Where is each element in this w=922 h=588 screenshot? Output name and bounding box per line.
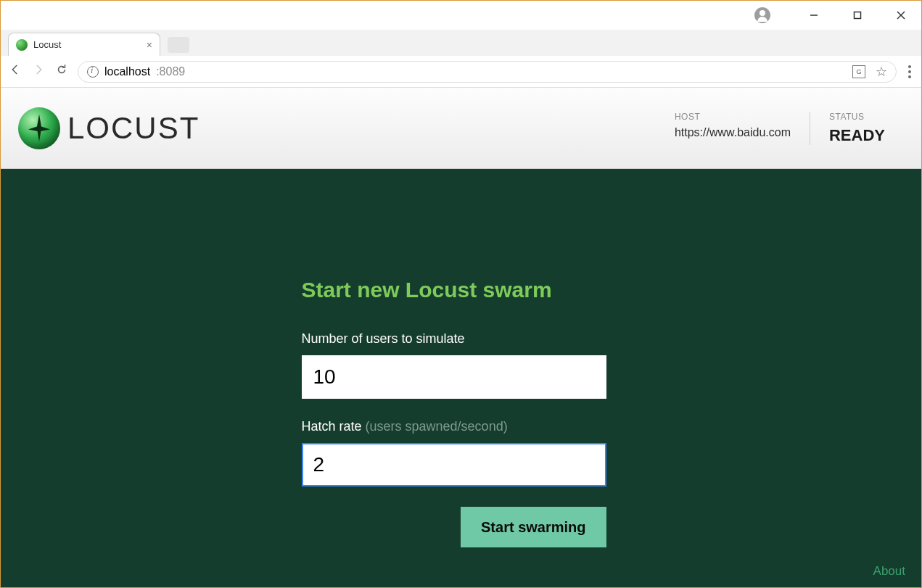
users-field: Number of users to simulate bbox=[302, 331, 621, 399]
nav-forward-icon bbox=[31, 63, 46, 80]
url-host: localhost bbox=[104, 65, 150, 78]
start-swarming-button[interactable]: Start swarming bbox=[461, 507, 606, 547]
new-tab-button[interactable] bbox=[168, 37, 189, 53]
nav-back-icon[interactable] bbox=[8, 63, 22, 80]
site-info-icon[interactable] bbox=[87, 66, 99, 78]
app-brand-text: LOCUST bbox=[67, 111, 199, 146]
users-input[interactable] bbox=[302, 355, 606, 399]
header-status-label: STATUS bbox=[829, 112, 885, 122]
browser-toolbar: localhost:8089 G ☆ bbox=[1, 56, 921, 88]
url-port: :8089 bbox=[156, 65, 185, 78]
about-link[interactable]: About bbox=[873, 564, 905, 579]
tab-title: Locust bbox=[33, 39, 141, 50]
hatch-input[interactable] bbox=[302, 443, 606, 486]
svg-rect-1 bbox=[855, 12, 861, 19]
address-bar[interactable]: localhost:8089 G ☆ bbox=[78, 61, 897, 83]
bookmark-star-icon[interactable]: ☆ bbox=[876, 64, 887, 80]
header-host-value: https://www.baidu.com bbox=[675, 126, 791, 139]
app-main: Start new Locust swarm Number of users t… bbox=[1, 169, 921, 587]
form-title: Start new Locust swarm bbox=[302, 278, 621, 302]
browser-tab-active[interactable]: Locust × bbox=[8, 33, 160, 56]
hatch-label-hint: (users spawned/second) bbox=[366, 419, 508, 434]
chrome-profile-icon[interactable] bbox=[754, 7, 770, 23]
window-maximize-button[interactable] bbox=[843, 4, 872, 26]
header-host-block: HOST https://www.baidu.com bbox=[656, 112, 810, 139]
os-titlebar bbox=[1, 1, 921, 30]
browser-tabstrip: Locust × bbox=[1, 30, 921, 56]
window-minimize-button[interactable] bbox=[799, 4, 828, 26]
hatch-label: Hatch rate (users spawned/second) bbox=[302, 419, 621, 434]
window-close-button[interactable] bbox=[886, 4, 915, 26]
browser-menu-icon[interactable] bbox=[905, 65, 914, 78]
swarm-form: Start new Locust swarm Number of users t… bbox=[302, 278, 621, 587]
tab-close-icon[interactable]: × bbox=[147, 39, 152, 51]
translate-icon[interactable]: G bbox=[852, 65, 865, 78]
tab-favicon bbox=[16, 39, 28, 51]
hatch-field: Hatch rate (users spawned/second) bbox=[302, 419, 621, 486]
locust-logo-icon bbox=[18, 107, 60, 149]
hatch-label-text: Hatch rate bbox=[302, 419, 366, 434]
app-header: LOCUST HOST https://www.baidu.com STATUS… bbox=[1, 88, 921, 169]
app-logo: LOCUST bbox=[18, 107, 199, 149]
header-status-block: STATUS READY bbox=[810, 112, 904, 145]
nav-reload-icon[interactable] bbox=[54, 63, 69, 80]
header-status-value: READY bbox=[829, 126, 885, 145]
header-host-label: HOST bbox=[675, 112, 791, 122]
users-label: Number of users to simulate bbox=[302, 331, 621, 347]
